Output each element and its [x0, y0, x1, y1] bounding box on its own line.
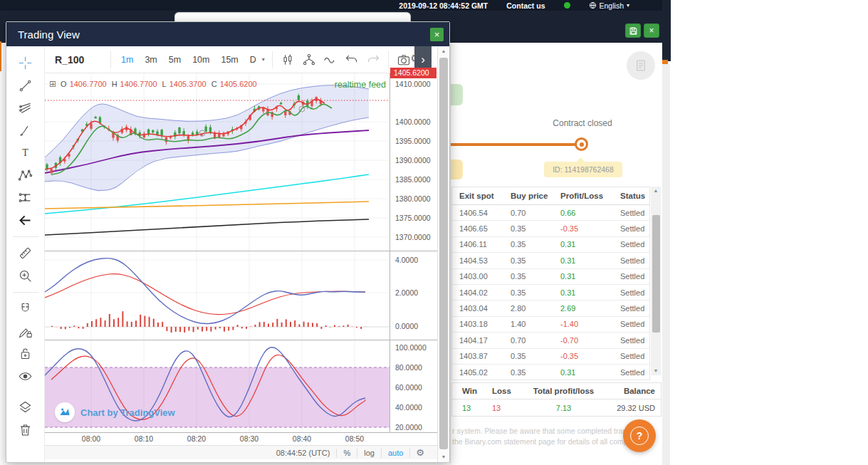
- symbol-input[interactable]: R_100: [55, 54, 106, 66]
- buy-price-cell: 0.35: [503, 240, 553, 249]
- high-value: 1406.7700: [120, 80, 157, 88]
- crosshair-tool-icon[interactable]: [14, 52, 38, 75]
- oscillator-axis-tick: 20.0000: [395, 423, 422, 432]
- save-button[interactable]: [625, 23, 641, 38]
- panel-window-buttons: ×: [625, 23, 659, 38]
- scroll-down-arrow-icon[interactable]: ▼: [651, 367, 661, 375]
- compare-icon[interactable]: [298, 46, 320, 73]
- timeframe-item[interactable]: 3m: [139, 55, 162, 65]
- candlestick-style-icon[interactable]: [277, 46, 298, 73]
- series-menu-icon[interactable]: ⊞: [49, 79, 56, 89]
- toolbar-separator: [272, 51, 273, 68]
- language-label: English: [600, 1, 624, 10]
- exit-spot-cell: 1406.54: [452, 209, 503, 217]
- close-dialog-button[interactable]: ×: [430, 28, 444, 41]
- indicators-icon[interactable]: [320, 46, 341, 73]
- buy-price-cell: 1.40: [503, 320, 553, 328]
- close-value: 1405.6200: [220, 80, 257, 88]
- magnet-tool-icon[interactable]: [14, 298, 38, 320]
- percent-scale-button[interactable]: %: [337, 449, 357, 457]
- arrow-left-icon[interactable]: [14, 209, 38, 232]
- chart-settings-gear-icon[interactable]: ⚙: [410, 447, 424, 458]
- oscillator-axis[interactable]: 100.000080.000060.000040.000020.0000: [392, 340, 436, 432]
- pane-divider[interactable]: [45, 251, 437, 251]
- timeframe-item[interactable]: D: [244, 55, 262, 65]
- log-scale-button[interactable]: log: [357, 449, 381, 457]
- time-axis-tick: 08:40: [293, 434, 311, 443]
- indicator-axis[interactable]: 4.00002.00000.0000: [392, 251, 436, 340]
- tradingview-logo[interactable]: Chart by TradingView: [55, 402, 175, 422]
- exit-spot-cell: 1404.53: [452, 256, 503, 265]
- drawing-mode-lock-icon[interactable]: [14, 320, 38, 343]
- dialog-titlebar[interactable]: Trading View ×: [6, 22, 449, 46]
- indicator-pane[interactable]: 4.00002.00000.0000: [45, 251, 437, 340]
- timeframe-group: 1m3m5m10m15mD: [115, 55, 262, 65]
- dialog-scrollbar-thumb[interactable]: [439, 58, 448, 449]
- clock-label: 08:44:52 (UTC): [270, 449, 337, 457]
- scroll-up-arrow-icon[interactable]: ▲: [651, 187, 661, 195]
- realtime-feed-label: realtime feed: [335, 80, 386, 90]
- svg-text:T: T: [22, 147, 28, 158]
- scroll-up-arrow-icon[interactable]: ▲: [438, 46, 449, 56]
- low-value: 1405.3700: [169, 80, 206, 88]
- ruler-tool-icon[interactable]: [14, 242, 38, 265]
- price-axis[interactable]: 1410.00001400.00001395.00001390.00001385…: [392, 73, 436, 251]
- toolbar-divider: [13, 292, 38, 293]
- summary-icon: [627, 51, 655, 80]
- trade-row: 1403.00 0.35 0.31 Settled: [452, 269, 649, 285]
- exit-spot-cell: 1403.00: [452, 272, 503, 281]
- price-axis-tick: 1410.0000: [395, 80, 431, 88]
- dialog-scrollbar[interactable]: ▲ ▼: [437, 46, 449, 462]
- contact-us-link[interactable]: Contact us: [506, 1, 545, 10]
- xabcd-pattern-tool-icon[interactable]: [14, 164, 38, 187]
- timeframe-item[interactable]: 5m: [163, 55, 187, 65]
- undo-icon[interactable]: [341, 46, 362, 73]
- page-scrollbar-track[interactable]: [662, 64, 670, 465]
- stop-button-partial[interactable]: [451, 160, 463, 179]
- chevron-right-icon: ›: [421, 53, 425, 67]
- auto-scale-button[interactable]: auto: [382, 449, 409, 457]
- trades-table-header: Exit spotBuy priceProfit/LossStatus: [452, 187, 649, 205]
- help-button[interactable]: ?: [623, 419, 656, 452]
- zoom-in-tool-icon[interactable]: [14, 265, 38, 288]
- pane-divider[interactable]: [45, 340, 437, 340]
- toolbar-separator: [110, 51, 111, 68]
- summary-values-row: 13 13 7.13 29.32 USD: [452, 399, 661, 416]
- trade-row: 1406.54 0.70 0.66 Settled: [452, 205, 649, 221]
- unlock-icon[interactable]: [14, 343, 38, 365]
- layers-icon[interactable]: [14, 396, 38, 419]
- trend-line-tool-icon[interactable]: [14, 75, 38, 98]
- oscillator-pane[interactable]: Chart by TradingView 100.000080.000060.0…: [45, 340, 437, 432]
- eye-icon[interactable]: [14, 365, 38, 388]
- loss-count: 13: [486, 404, 522, 412]
- timeframe-item[interactable]: 1m: [115, 55, 139, 65]
- background-window-edge: [174, 12, 411, 21]
- trades-table-body[interactable]: 1406.54 0.70 0.66 Settled 1406.65 0.35 -…: [452, 205, 649, 380]
- summary-table-header: WinLossTotal profit/lossBalance: [452, 383, 661, 399]
- status-cell: Settled: [613, 352, 649, 360]
- top-status-bar: 2019-09-12 08:44:52 GMT Contact us Engli…: [0, 0, 671, 11]
- contract-progress-knob: [575, 137, 588, 151]
- gann-fan-tool-icon[interactable]: [14, 97, 38, 120]
- status-cell: Settled: [613, 209, 649, 217]
- trade-row: 1406.65 0.35 -0.35 Settled: [452, 221, 649, 236]
- forecast-tool-icon[interactable]: [14, 187, 38, 209]
- price-chart-pane[interactable]: ⊞ O 1406.7700 H 1406.7700 L 1405.3700 C …: [45, 73, 437, 251]
- scroll-down-arrow-icon[interactable]: ▼: [438, 452, 449, 462]
- time-axis[interactable]: 08:0008:1008:2008:3008:4008:50: [45, 432, 389, 445]
- timeframe-dropdown-icon[interactable]: ▾: [262, 56, 265, 63]
- chart-region: R_100 1m3m5m10m15mD ▾ ⚙ ›: [45, 46, 437, 462]
- brush-tool-icon[interactable]: [14, 120, 38, 142]
- oscillator-axis-tick: 80.0000: [395, 363, 422, 372]
- trash-icon[interactable]: [14, 419, 38, 442]
- trades-scrollbar-thumb[interactable]: [652, 215, 660, 333]
- trades-scrollbar[interactable]: ▲ ▼: [651, 187, 661, 375]
- timeframe-item[interactable]: 10m: [187, 55, 215, 65]
- redo-icon[interactable]: [362, 46, 384, 73]
- text-tool-icon[interactable]: T: [14, 142, 38, 164]
- close-panel-button[interactable]: ×: [644, 23, 659, 38]
- run-button-partial[interactable]: [451, 84, 463, 105]
- language-selector[interactable]: English ▾: [589, 1, 629, 10]
- contract-status-text: Contract closed: [536, 118, 629, 128]
- timeframe-item[interactable]: 15m: [215, 55, 244, 65]
